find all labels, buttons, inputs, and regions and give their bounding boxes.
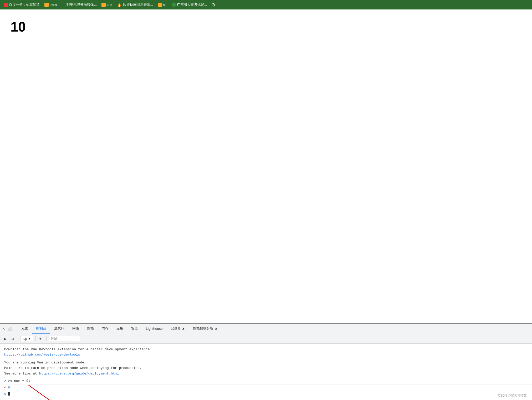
prompt-prefix: > — [4, 392, 6, 397]
tab-performance-insights[interactable]: 性能数据分析 ▲ — [189, 323, 221, 334]
tab-performance[interactable]: 性能 — [83, 323, 98, 334]
tab-label-baidu: 百度一卡，你就知道 — [9, 2, 40, 7]
svg-line-1 — [28, 385, 65, 400]
tab-icon-alibaba: → — [62, 3, 65, 7]
toolbar-sep-1 — [18, 336, 18, 341]
devtools-icon-area: ↖ ⬜ — [2, 327, 12, 331]
tab-baidu[interactable]: 百度一卡，你就知道 — [2, 2, 41, 8]
output-prefix: < — [4, 385, 6, 391]
tab-security[interactable]: 安全 — [127, 323, 142, 334]
tab-lotus[interactable]: lotus — [43, 2, 58, 7]
devtools-toolbar: ▶ ⊘ top ▼ 👁 — [0, 334, 532, 344]
console-text-2c: See more tips at https://vuejs.org/guide… — [4, 371, 528, 377]
tab-overflow-icon: ⊙ — [211, 2, 215, 8]
context-arrow-icon: ▼ — [28, 337, 31, 341]
tab-icon-k8s — [101, 3, 106, 7]
tab-guangdong[interactable]: 广东省人事考试局... — [170, 2, 209, 8]
tab-icon-netease: 🔥 — [117, 3, 121, 7]
page-wrapper: 百度一卡，你就知道 lotus → 阿里巴巴开源镜像... k8s 🔥 欢迎访问… — [0, 0, 532, 400]
tab-elements[interactable]: 元素 — [18, 323, 32, 334]
tab-icon-baidu — [4, 3, 8, 7]
tab-label-k8s: k8s — [107, 3, 112, 7]
tab-console[interactable]: 控制台 — [32, 323, 50, 334]
context-selector[interactable]: top ▼ — [20, 336, 33, 341]
page-number: 10 — [11, 20, 521, 34]
devtools-tabs: ↖ ⬜ 元素 控制台 源代码 网络 性能 内存 应用 — [0, 324, 532, 334]
tab-alibaba[interactable]: → 阿里巴巴开源镜像... — [60, 2, 98, 8]
box-icon[interactable]: ⬜ — [8, 327, 12, 331]
tab-network[interactable]: 网络 — [69, 323, 83, 334]
tab-label-netease: 欢迎访问网易开源... — [123, 2, 153, 7]
main-content: 10 — [0, 9, 532, 157]
toolbar-sep-2 — [35, 336, 36, 341]
filter-input[interactable] — [49, 336, 80, 341]
input-prefix: > — [4, 378, 6, 384]
tab-label-alibaba: 阿里巴巴开源镜像... — [66, 2, 97, 7]
console-output: Download the Vue Devtools extension for … — [0, 344, 532, 400]
console-link-1[interactable]: https://github.com/vuejs/vue-devtools — [4, 352, 528, 358]
console-line-output: < 9 — [0, 384, 532, 391]
tab-k8s[interactable]: k8s — [100, 2, 114, 7]
console-line-1: Download the Vue Devtools extension for … — [0, 346, 532, 359]
tab-label-lotus: lotus — [50, 3, 57, 7]
tab-separator — [16, 326, 16, 331]
console-text-2b: Make sure to turn on production mode whe… — [4, 366, 528, 371]
console-text-2a: You are running Vue in development mode. — [4, 360, 528, 366]
tab-icon-guangdong — [172, 3, 176, 7]
eye-button[interactable]: 👁 — [38, 336, 44, 342]
console-text-1a: Download the Vue Devtools extension for … — [4, 347, 528, 352]
console-cursor — [8, 392, 10, 396]
tab-icon-51 — [158, 3, 162, 7]
run-button[interactable]: ▶ — [2, 336, 8, 342]
toolbar-sep-3 — [46, 336, 47, 341]
devtools-panel: ↖ ⬜ 元素 控制台 源代码 网络 性能 内存 应用 — [0, 323, 532, 400]
tab-icon-lotus — [44, 3, 49, 7]
tab-lighthouse[interactable]: Lighthouse — [142, 323, 166, 334]
browser-tab-bar: 百度一卡，你就知道 lotus → 阿里巴巴开源镜像... k8s 🔥 欢迎访问… — [0, 0, 532, 9]
spacer — [0, 157, 532, 323]
red-arrow-annotation — [23, 382, 81, 400]
tab-label-guangdong: 广东省人事考试局... — [177, 2, 207, 7]
console-output-value: 9 — [8, 385, 10, 391]
context-label: top — [23, 337, 27, 341]
stop-button[interactable]: ⊘ — [9, 336, 16, 342]
footer-text: CSDN @景天科技苑 — [498, 394, 527, 397]
tab-application[interactable]: 应用 — [113, 323, 127, 334]
tab-memory[interactable]: 内存 — [98, 323, 112, 334]
tab-51[interactable]: 51 — [156, 2, 168, 7]
page-footer: CSDN @景天科技苑 — [498, 393, 527, 398]
tab-recorder[interactable]: 记录器 ▲ — [167, 323, 189, 334]
tab-sources[interactable]: 源代码 — [50, 323, 68, 334]
tab-label-51: 51 — [163, 3, 167, 7]
tab-netease[interactable]: 🔥 欢迎访问网易开源... — [115, 2, 155, 8]
cursor-icon[interactable]: ↖ — [2, 327, 6, 331]
console-line-2: You are running Vue in development mode.… — [0, 359, 532, 378]
